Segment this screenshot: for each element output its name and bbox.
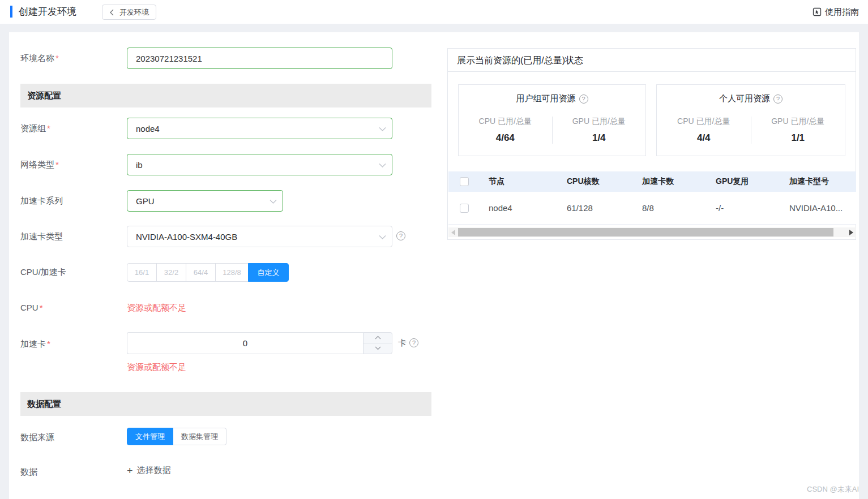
section-resource-config: 资源配置 bbox=[20, 84, 431, 107]
header-gpu-share: GPU复用 bbox=[707, 177, 780, 187]
required-mark: * bbox=[55, 160, 59, 169]
resource-group-value: node4 bbox=[136, 124, 160, 134]
group-gpu-stat: GPU 已用/总量 1/4 bbox=[552, 117, 646, 144]
guide-icon bbox=[813, 7, 822, 16]
accel-type-help-icon[interactable]: ? bbox=[396, 231, 405, 240]
cpu-ratio-label: CPU/加速卡 bbox=[20, 266, 66, 278]
horizontal-scrollbar[interactable] bbox=[448, 227, 856, 237]
scrollbar-left-arrow[interactable] bbox=[448, 227, 458, 237]
group-resource-help-icon[interactable]: ? bbox=[579, 94, 588, 104]
ratio-option-32-2[interactable]: 32/2 bbox=[156, 263, 186, 282]
ratio-option-128-8[interactable]: 128/8 bbox=[215, 263, 249, 282]
required-mark: * bbox=[40, 303, 43, 312]
required-mark: * bbox=[55, 53, 59, 63]
accel-type-value: NVIDIA-A100-SXM4-40GB bbox=[136, 232, 237, 242]
resource-status-panel: 展示当前资源的(已用/总量)状态 用户组可用资源 ? CPU 已用/总量 4/6… bbox=[447, 48, 856, 240]
header-accel-count: 加速卡数 bbox=[633, 177, 707, 187]
row-checkbox[interactable] bbox=[460, 204, 469, 213]
header-cpu-cores: CPU核数 bbox=[558, 177, 633, 187]
node-table-header: 节点 CPU核数 加速卡数 GPU复用 加速卡型号 bbox=[448, 171, 856, 192]
env-name-label: 环境名称* bbox=[20, 53, 59, 64]
personal-cpu-stat-label: CPU 已用/总量 bbox=[657, 117, 751, 127]
accel-count-unit: 卡 bbox=[398, 338, 407, 349]
chevron-down-icon bbox=[379, 160, 386, 170]
stepper-down-button[interactable] bbox=[364, 343, 392, 354]
title-accent-bar bbox=[10, 6, 12, 18]
stepper-up-button[interactable] bbox=[364, 333, 392, 343]
group-gpu-stat-value: 1/4 bbox=[553, 132, 646, 144]
data-source-toggle: 文件管理 数据集管理 bbox=[127, 428, 226, 445]
group-cpu-stat: CPU 已用/总量 4/64 bbox=[459, 117, 552, 144]
cpu-error-text: 资源或配额不足 bbox=[127, 303, 186, 313]
group-cpu-stat-value: 4/64 bbox=[459, 132, 552, 144]
header-node: 节点 bbox=[480, 177, 558, 187]
accel-count-error-text: 资源或配额不足 bbox=[127, 362, 186, 373]
accel-series-value: GPU bbox=[136, 196, 155, 206]
cell-accel-model: NVIDIA-A10... bbox=[780, 203, 856, 213]
chevron-left-icon bbox=[109, 9, 114, 16]
required-mark: * bbox=[47, 339, 50, 349]
top-bar: 创建开发环境 开发环境 使用指南 bbox=[0, 0, 868, 24]
select-all-checkbox[interactable] bbox=[460, 177, 469, 186]
data-source-file-manager[interactable]: 文件管理 bbox=[127, 428, 173, 445]
resource-group-select[interactable]: node4 bbox=[127, 118, 392, 139]
ratio-option-16-1[interactable]: 16/1 bbox=[127, 263, 157, 282]
personal-gpu-stat-value: 1/1 bbox=[751, 132, 845, 144]
accel-type-select[interactable]: NVIDIA-A100-SXM4-40GB bbox=[127, 226, 392, 247]
group-resource-card-title: 用户组可用资源 bbox=[516, 93, 576, 104]
accel-type-label: 加速卡类型 bbox=[20, 231, 63, 242]
data-source-label: 数据来源 bbox=[20, 432, 54, 443]
ratio-option-64-4[interactable]: 64/4 bbox=[186, 263, 216, 282]
section-data-config: 数据配置 bbox=[20, 392, 431, 416]
select-data-button[interactable]: + 选择数据 bbox=[127, 465, 171, 476]
personal-gpu-stat-label: GPU 已用/总量 bbox=[751, 117, 845, 127]
scrollbar-thumb[interactable] bbox=[458, 228, 833, 236]
personal-gpu-stat: GPU 已用/总量 1/1 bbox=[751, 117, 845, 144]
personal-cpu-stat-value: 4/4 bbox=[657, 132, 751, 144]
watermark: CSDN @未来AI bbox=[807, 484, 859, 494]
personal-resource-help-icon[interactable]: ? bbox=[773, 94, 783, 104]
cell-gpu-share: -/- bbox=[707, 203, 780, 213]
accel-count-label: 加速卡* bbox=[20, 338, 50, 350]
cpu-ratio-button-group: 16/1 32/2 64/4 128/8 自定义 bbox=[127, 263, 289, 282]
network-type-value: ib bbox=[136, 160, 143, 170]
accel-series-label: 加速卡系列 bbox=[20, 195, 63, 207]
personal-resource-card-title: 个人可用资源 bbox=[719, 93, 770, 104]
cpu-label: CPU* bbox=[20, 302, 43, 313]
personal-cpu-stat: CPU 已用/总量 4/4 bbox=[657, 117, 751, 144]
group-gpu-stat-label: GPU 已用/总量 bbox=[553, 117, 646, 127]
network-type-select[interactable]: ib bbox=[127, 154, 392, 175]
accel-series-select[interactable]: GPU bbox=[127, 190, 283, 212]
env-name-input[interactable] bbox=[127, 48, 392, 69]
personal-resource-card: 个人可用资源 ? CPU 已用/总量 4/4 GPU 已用/总量 1/1 bbox=[656, 84, 845, 156]
accel-count-help-icon[interactable]: ? bbox=[409, 338, 418, 347]
group-cpu-stat-label: CPU 已用/总量 bbox=[459, 117, 552, 127]
resource-group-label: 资源组* bbox=[20, 123, 50, 134]
scrollbar-right-arrow[interactable] bbox=[846, 227, 856, 237]
chevron-down-icon bbox=[379, 124, 386, 134]
accel-count-input[interactable] bbox=[127, 332, 363, 354]
required-mark: * bbox=[47, 123, 50, 133]
chevron-down-icon bbox=[379, 232, 386, 242]
page-title: 创建开发环境 bbox=[19, 0, 76, 24]
ratio-option-custom[interactable]: 自定义 bbox=[248, 263, 289, 282]
back-button-label: 开发环境 bbox=[119, 7, 149, 18]
group-resource-card: 用户组可用资源 ? CPU 已用/总量 4/64 GPU 已用/总量 1/4 bbox=[458, 84, 646, 156]
data-label: 数据 bbox=[20, 466, 37, 478]
resource-status-title: 展示当前资源的(已用/总量)状态 bbox=[448, 49, 856, 72]
data-source-dataset-manager[interactable]: 数据集管理 bbox=[173, 428, 226, 445]
cell-accel-count: 8/8 bbox=[633, 203, 707, 213]
guide-link[interactable]: 使用指南 bbox=[813, 0, 859, 24]
accel-count-stepper bbox=[363, 332, 392, 354]
guide-link-label: 使用指南 bbox=[825, 7, 859, 18]
plus-icon: + bbox=[127, 466, 133, 476]
network-type-label: 网络类型* bbox=[20, 159, 59, 170]
cell-node: node4 bbox=[480, 203, 558, 213]
back-button[interactable]: 开发环境 bbox=[102, 5, 156, 20]
header-accel-model: 加速卡型号 bbox=[780, 177, 856, 187]
table-row: node4 61/128 8/8 -/- NVIDIA-A10... bbox=[448, 192, 856, 225]
chevron-down-icon bbox=[270, 196, 277, 206]
select-data-label: 选择数据 bbox=[137, 465, 171, 476]
cell-cpu-cores: 61/128 bbox=[558, 203, 633, 213]
